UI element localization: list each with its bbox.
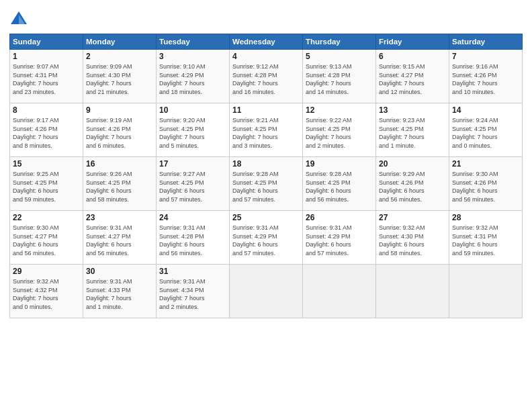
calendar-cell: 11Sunrise: 9:21 AM Sunset: 4:25 PM Dayli… (230, 103, 303, 157)
day-info: Sunrise: 9:28 AM Sunset: 4:25 PM Dayligh… (306, 170, 373, 203)
day-info: Sunrise: 9:30 AM Sunset: 4:27 PM Dayligh… (13, 224, 80, 257)
calendar-cell (230, 265, 303, 318)
day-info: Sunrise: 9:15 AM Sunset: 4:27 PM Dayligh… (379, 62, 446, 96)
day-info: Sunrise: 9:32 AM Sunset: 4:30 PM Dayligh… (379, 224, 446, 257)
day-number: 29 (13, 267, 80, 276)
day-number: 14 (452, 105, 519, 115)
calendar-week-row: 22Sunrise: 9:30 AM Sunset: 4:27 PM Dayli… (10, 211, 523, 265)
day-info: Sunrise: 9:10 AM Sunset: 4:29 PM Dayligh… (159, 62, 226, 96)
calendar-cell: 26Sunrise: 9:31 AM Sunset: 4:29 PM Dayli… (303, 211, 376, 265)
day-number: 27 (379, 213, 446, 222)
calendar-header-row: SundayMondayTuesdayWednesdayThursdayFrid… (10, 34, 523, 50)
day-number: 21 (452, 159, 519, 169)
day-number: 4 (232, 52, 300, 61)
col-header-sunday: Sunday (10, 34, 83, 50)
day-info: Sunrise: 9:32 AM Sunset: 4:31 PM Dayligh… (452, 224, 519, 257)
day-info: Sunrise: 9:27 AM Sunset: 4:25 PM Dayligh… (159, 170, 226, 203)
day-info: Sunrise: 9:24 AM Sunset: 4:25 PM Dayligh… (452, 116, 519, 150)
day-info: Sunrise: 9:25 AM Sunset: 4:25 PM Dayligh… (13, 170, 80, 203)
day-number: 26 (306, 213, 373, 222)
day-number: 6 (379, 52, 446, 61)
day-number: 3 (159, 52, 226, 61)
day-info: Sunrise: 9:31 AM Sunset: 4:27 PM Dayligh… (86, 224, 153, 257)
header (9, 7, 523, 28)
calendar-week-row: 29Sunrise: 9:32 AM Sunset: 4:32 PM Dayli… (10, 265, 523, 318)
calendar-cell: 8Sunrise: 9:17 AM Sunset: 4:26 PM Daylig… (10, 103, 83, 157)
calendar-table: SundayMondayTuesdayWednesdayThursdayFrid… (9, 34, 523, 318)
day-info: Sunrise: 9:17 AM Sunset: 4:26 PM Dayligh… (13, 116, 80, 150)
calendar-week-row: 1Sunrise: 9:07 AM Sunset: 4:31 PM Daylig… (10, 50, 523, 103)
day-number: 8 (13, 105, 80, 115)
calendar-cell: 25Sunrise: 9:31 AM Sunset: 4:29 PM Dayli… (230, 211, 303, 265)
calendar-week-row: 15Sunrise: 9:25 AM Sunset: 4:25 PM Dayli… (10, 157, 523, 211)
logo (9, 9, 31, 28)
calendar-week-row: 8Sunrise: 9:17 AM Sunset: 4:26 PM Daylig… (10, 103, 523, 157)
calendar-cell: 29Sunrise: 9:32 AM Sunset: 4:32 PM Dayli… (10, 265, 83, 318)
logo-icon (9, 9, 28, 28)
calendar-cell: 3Sunrise: 9:10 AM Sunset: 4:29 PM Daylig… (157, 50, 230, 103)
page-container: SundayMondayTuesdayWednesdayThursdayFrid… (0, 0, 532, 325)
col-header-saturday: Saturday (449, 34, 523, 50)
calendar-cell: 28Sunrise: 9:32 AM Sunset: 4:31 PM Dayli… (449, 211, 523, 265)
day-number: 11 (232, 105, 300, 115)
col-header-wednesday: Wednesday (230, 34, 303, 50)
day-info: Sunrise: 9:28 AM Sunset: 4:25 PM Dayligh… (232, 170, 300, 203)
day-info: Sunrise: 9:31 AM Sunset: 4:34 PM Dayligh… (159, 277, 226, 311)
day-number: 28 (452, 213, 519, 222)
day-number: 16 (86, 159, 153, 169)
calendar-cell: 13Sunrise: 9:23 AM Sunset: 4:25 PM Dayli… (376, 103, 449, 157)
day-number: 15 (13, 159, 80, 169)
calendar-cell: 23Sunrise: 9:31 AM Sunset: 4:27 PM Dayli… (83, 211, 157, 265)
day-info: Sunrise: 9:22 AM Sunset: 4:25 PM Dayligh… (306, 116, 373, 150)
day-number: 2 (86, 52, 153, 61)
day-number: 1 (13, 52, 80, 61)
calendar-cell: 20Sunrise: 9:29 AM Sunset: 4:26 PM Dayli… (376, 157, 449, 211)
col-header-monday: Monday (83, 34, 157, 50)
day-info: Sunrise: 9:30 AM Sunset: 4:26 PM Dayligh… (452, 170, 519, 203)
calendar-cell: 22Sunrise: 9:30 AM Sunset: 4:27 PM Dayli… (10, 211, 83, 265)
day-number: 22 (13, 213, 80, 222)
calendar-cell: 15Sunrise: 9:25 AM Sunset: 4:25 PM Dayli… (10, 157, 83, 211)
day-number: 13 (379, 105, 446, 115)
day-info: Sunrise: 9:29 AM Sunset: 4:26 PM Dayligh… (379, 170, 446, 203)
day-number: 10 (159, 105, 226, 115)
col-header-friday: Friday (376, 34, 449, 50)
day-info: Sunrise: 9:31 AM Sunset: 4:29 PM Dayligh… (306, 224, 373, 257)
day-number: 12 (306, 105, 373, 115)
day-number: 20 (379, 159, 446, 169)
calendar-cell: 10Sunrise: 9:20 AM Sunset: 4:25 PM Dayli… (157, 103, 230, 157)
day-info: Sunrise: 9:23 AM Sunset: 4:25 PM Dayligh… (379, 116, 446, 150)
day-info: Sunrise: 9:31 AM Sunset: 4:33 PM Dayligh… (86, 277, 153, 311)
day-info: Sunrise: 9:07 AM Sunset: 4:31 PM Dayligh… (13, 62, 80, 96)
calendar-cell: 5Sunrise: 9:13 AM Sunset: 4:28 PM Daylig… (303, 50, 376, 103)
day-number: 19 (306, 159, 373, 169)
calendar-cell: 1Sunrise: 9:07 AM Sunset: 4:31 PM Daylig… (10, 50, 83, 103)
calendar-cell (449, 265, 523, 318)
calendar-cell: 16Sunrise: 9:26 AM Sunset: 4:25 PM Dayli… (83, 157, 157, 211)
calendar-cell: 9Sunrise: 9:19 AM Sunset: 4:26 PM Daylig… (83, 103, 157, 157)
day-info: Sunrise: 9:31 AM Sunset: 4:29 PM Dayligh… (232, 224, 300, 257)
calendar-cell (303, 265, 376, 318)
day-number: 17 (159, 159, 226, 169)
day-info: Sunrise: 9:16 AM Sunset: 4:26 PM Dayligh… (452, 62, 519, 96)
calendar-cell: 31Sunrise: 9:31 AM Sunset: 4:34 PM Dayli… (157, 265, 230, 318)
day-number: 18 (232, 159, 300, 169)
calendar-cell: 7Sunrise: 9:16 AM Sunset: 4:26 PM Daylig… (449, 50, 523, 103)
day-info: Sunrise: 9:32 AM Sunset: 4:32 PM Dayligh… (13, 277, 80, 311)
calendar-cell: 17Sunrise: 9:27 AM Sunset: 4:25 PM Dayli… (157, 157, 230, 211)
day-info: Sunrise: 9:26 AM Sunset: 4:25 PM Dayligh… (86, 170, 153, 203)
day-number: 9 (86, 105, 153, 115)
day-info: Sunrise: 9:21 AM Sunset: 4:25 PM Dayligh… (232, 116, 300, 150)
day-info: Sunrise: 9:20 AM Sunset: 4:25 PM Dayligh… (159, 116, 226, 150)
day-number: 5 (306, 52, 373, 61)
day-number: 23 (86, 213, 153, 222)
col-header-thursday: Thursday (303, 34, 376, 50)
calendar-cell: 24Sunrise: 9:31 AM Sunset: 4:28 PM Dayli… (157, 211, 230, 265)
calendar-cell: 6Sunrise: 9:15 AM Sunset: 4:27 PM Daylig… (376, 50, 449, 103)
calendar-cell: 2Sunrise: 9:09 AM Sunset: 4:30 PM Daylig… (83, 50, 157, 103)
calendar-cell: 4Sunrise: 9:12 AM Sunset: 4:28 PM Daylig… (230, 50, 303, 103)
calendar-cell: 14Sunrise: 9:24 AM Sunset: 4:25 PM Dayli… (449, 103, 523, 157)
calendar-cell: 21Sunrise: 9:30 AM Sunset: 4:26 PM Dayli… (449, 157, 523, 211)
day-number: 25 (232, 213, 300, 222)
calendar-cell: 12Sunrise: 9:22 AM Sunset: 4:25 PM Dayli… (303, 103, 376, 157)
